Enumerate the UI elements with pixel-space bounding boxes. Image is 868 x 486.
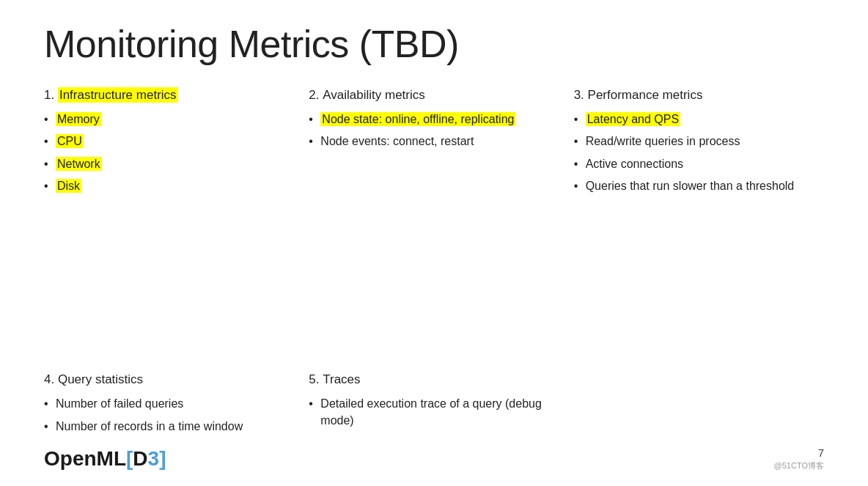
section3-title-text: Performance metrics [588,88,703,102]
section2-list: Node state: online, offline, replicating… [309,111,559,150]
list-item: Read/write queries in process [574,133,824,150]
section1-list: Memory CPU Network Disk [44,111,294,195]
section-query-statistics: 4. Query statistics Number of failed que… [44,365,294,441]
section2-title-text: Availability metrics [323,88,425,102]
section2-title: 2. Availability metrics [309,88,559,103]
node-state-text: Node state: online, offline, replicating [320,112,515,126]
empty-column [574,365,824,441]
section5-number: 5. [309,372,319,386]
bottom-grid: 4. Query statistics Number of failed que… [44,365,824,441]
list-item: Latency and QPS [574,111,824,128]
section4-list: Number of failed queries Number of recor… [44,396,294,435]
section4-title: 4. Query statistics [44,372,294,387]
list-item: Node state: online, offline, replicating [309,111,559,128]
footer: OpenML[D3] 7 @51CTO博客 [44,441,824,471]
logo-3-text: 3 [148,447,160,471]
logo-open-text: Open [44,447,97,471]
logo-bracket-left: [ [126,447,133,471]
item-memory: Memory [56,112,101,126]
list-item: Number of records in a time window [44,419,294,435]
section3-number: 3. [574,88,584,102]
logo: OpenML[D3] [44,447,166,471]
section5-title: 5. Traces [309,372,559,387]
section1-title: 1. Infrastructure metrics [44,88,294,103]
item-cpu: CPU [56,134,84,148]
section1-number: 1. [44,88,54,102]
section3-title: 3. Performance metrics [574,88,824,103]
section-infrastructure: 1. Infrastructure metrics Memory CPU Net… [44,88,294,358]
page-number: 7 [818,446,824,459]
slide-title: Monitoring Metrics (TBD) [44,22,824,66]
top-grid: 1. Infrastructure metrics Memory CPU Net… [44,88,824,358]
section4-number: 4. [44,372,54,386]
item-latency: Latency and QPS [586,112,680,126]
list-item: Queries that run slower than a threshold [574,178,824,194]
section1-title-text: Infrastructure metrics [58,87,178,103]
list-item: Memory [44,111,294,128]
section3-list: Latency and QPS Read/write queries in pr… [574,111,824,195]
section-performance: 3. Performance metrics Latency and QPS R… [574,88,824,358]
section2-number: 2. [309,88,319,102]
section5-title-text: Traces [323,372,360,386]
node-state-highlight: Node state: online, offline, replicating [320,112,515,126]
list-item: CPU [44,133,294,150]
logo-d-text: D [133,447,147,471]
list-item: Node events: connect, restart [309,133,559,150]
list-item: Active connections [574,156,824,172]
list-item: Network [44,156,294,172]
slide: Monitoring Metrics (TBD) 1. Infrastructu… [0,0,868,486]
item-disk: Disk [56,179,81,193]
logo-ml-text: ML [97,447,126,471]
list-item: Disk [44,178,294,194]
item-network: Network [56,157,102,171]
list-item: Detailed execution trace of a query (deb… [309,396,559,429]
page-info: 7 @51CTO博客 [774,446,824,471]
section5-list: Detailed execution trace of a query (deb… [309,396,559,429]
section4-title-text: Query statistics [58,372,143,386]
list-item: Number of failed queries [44,396,294,412]
watermark-text: @51CTO博客 [774,460,824,471]
section-availability: 2. Availability metrics Node state: onli… [309,88,559,358]
logo-bracket-right: ] [159,447,166,471]
section-traces: 5. Traces Detailed execution trace of a … [309,365,559,441]
